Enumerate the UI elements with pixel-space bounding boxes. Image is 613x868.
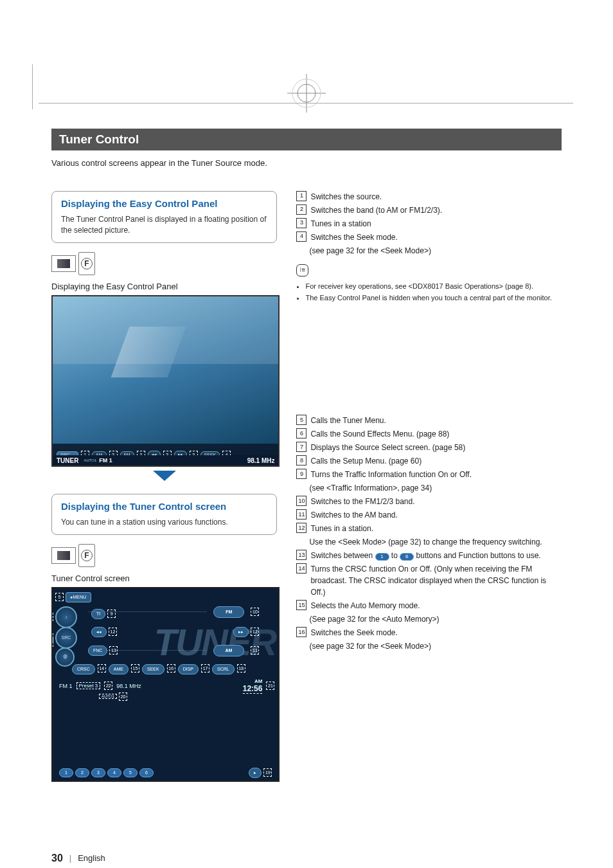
desc-6: Calls the Sound Effects Menu. (page 88) [310, 428, 562, 440]
num-10: 10 [296, 496, 306, 506]
f-button-icon: F [78, 544, 95, 567]
next-button[interactable]: ▸▸ [233, 627, 249, 637]
callout-8: 8 [51, 638, 53, 647]
callout-14: 14 [98, 664, 106, 673]
panel-tuner-text: You can tune in a station using various … [61, 517, 267, 528]
preset-3[interactable]: 3 [91, 768, 105, 777]
registration-mark-top [284, 71, 329, 116]
desc-11: Switches to the AM band. [310, 509, 562, 521]
desc-7: Displays the Source Select screen. (page… [310, 442, 562, 453]
more-button[interactable]: ▸ [249, 768, 262, 778]
page-number: 30 [51, 853, 63, 864]
num-16: 16 [296, 627, 306, 637]
desc-16: Switches the Seek mode. [310, 627, 562, 638]
auto1-indicator: AUTO1 [99, 694, 117, 699]
fm-button[interactable]: FM [213, 606, 244, 618]
desc-3: Tunes in a station [310, 218, 562, 230]
preset-6[interactable]: 6 [139, 768, 154, 777]
screen-icon [51, 255, 76, 272]
easy-screen-sim: SRC 1 AM 2 FM 2 ◂◂ 3 ▸▸ 3 SEEK 4 TUNER A… [51, 295, 280, 467]
seek-button[interactable]: SEEK [142, 664, 164, 674]
callout-11: 11 [251, 646, 259, 655]
page-footer: 30 | English [51, 853, 562, 864]
callout-12: 12 [109, 628, 117, 636]
panel-tuner-title: Displaying the Tuner Control screen [61, 501, 267, 512]
callout-5: 5 [55, 593, 64, 601]
desc-4: Switches the Seek mode. [310, 231, 562, 243]
notes-easy: ⁝≡ For receiver key operations, see <DDX… [296, 264, 562, 303]
callout-6: 6 [51, 613, 53, 621]
chip-1: 1 [375, 553, 389, 561]
desc-9: Turns the Traffic Information function O… [310, 469, 562, 480]
num-12: 12 [296, 523, 306, 533]
crop-mark [32, 64, 33, 109]
freq-indicator: 98.1 MHz [247, 457, 275, 464]
num-4: 4 [296, 231, 306, 242]
crop-mark [39, 103, 573, 104]
desc-12: Tunes in a station. [310, 523, 562, 534]
panel-easy-title: Displaying the Easy Control Panel [61, 198, 267, 209]
auto1-indicator: AUTO1 [84, 458, 96, 462]
subheading-tuner: Tuner Control screen [51, 574, 277, 583]
desc-4b: (see page 32 for the <Seek Mode>) [309, 245, 562, 257]
preset-4[interactable]: 4 [107, 768, 121, 777]
callout-10: 10 [251, 608, 259, 616]
desc-15b: (See page 32 for the <Auto Memory>) [309, 613, 562, 625]
menu-button[interactable]: ▸MENU [66, 592, 92, 602]
num-14: 14 [296, 563, 306, 574]
disp-button[interactable]: DISP [178, 664, 199, 674]
footer-divider: | [69, 853, 71, 863]
preset-2[interactable]: 2 [75, 768, 89, 777]
arrow-down-icon [153, 471, 176, 481]
src-label: SRC [62, 635, 71, 640]
prev-button[interactable]: ◂◂ [91, 627, 107, 637]
desc-list-easy: 1Switches the source. 2Switches the band… [296, 191, 562, 257]
tuner-label: TUNER [57, 457, 78, 464]
section-title: Tuner Control [51, 129, 562, 150]
icon-row-2: F [51, 544, 277, 567]
sfx-button[interactable]: 6 ♪ [55, 606, 77, 628]
am-indicator: AM [243, 678, 263, 684]
chip-6: 6 [400, 553, 414, 561]
callout-21: 21 [266, 682, 274, 690]
footer-lang: English [78, 853, 105, 863]
desc-8: Calls the Setup Menu. (page 60) [310, 455, 562, 467]
panel-tuner-control: Displaying the Tuner Control screen You … [51, 494, 277, 535]
desc-2: Switches the band (to AM or FM1/2/3). [310, 204, 562, 216]
num-7: 7 [296, 442, 306, 452]
desc-12b: Use the <Seek Mode> (page 32) to change … [309, 536, 562, 548]
fnc-button[interactable]: FNC [88, 646, 107, 656]
crsc-button[interactable]: CRSC [72, 664, 95, 674]
desc-5: Calls the Tuner Menu. [310, 415, 562, 426]
callout-12b: 12 [251, 628, 259, 636]
screen-icon [51, 547, 76, 564]
preset-5[interactable]: 5 [123, 768, 138, 777]
callout-13: 13 [109, 646, 118, 655]
desc-15: Selects the Auto Memory mode. [310, 600, 562, 611]
preset-1[interactable]: 1 [59, 768, 73, 777]
desc-9b: (see <Traffic Information>, page 34) [309, 482, 562, 494]
freq-indicator: 98.1 MHz [116, 683, 141, 689]
subheading-easy: Displaying the Easy Control Panel [51, 282, 277, 291]
src-button[interactable]: 7 SRC [55, 627, 77, 649]
desc-list-tuner: 5Calls the Tuner Menu. 6Calls the Sound … [296, 415, 562, 652]
am-button[interactable]: AM [213, 645, 245, 656]
desc-16b: (see page 32 for the <Seek Mode>) [309, 640, 562, 652]
scrl-button[interactable]: SCRL [212, 664, 235, 674]
callout-15: 15 [131, 664, 139, 673]
callout-18: 18 [237, 664, 245, 673]
num-8: 8 [296, 455, 306, 466]
panel-easy-control: Displaying the Easy Control Panel The Tu… [51, 191, 277, 243]
note-2: The Easy Control Panel is hidden when yo… [305, 293, 562, 303]
band-indicator: FM 1 [99, 457, 112, 464]
icon-row: F [51, 252, 277, 275]
tuner-screen-sim: TUNER 5 ▸MENU 6 ♪ 7 SRC 8 ⦿ [51, 587, 280, 782]
note-icon: ⁝≡ [296, 264, 308, 276]
preset-indicator: Preset 3 [76, 682, 101, 689]
intro-text: Various control screens appear in the Tu… [51, 158, 562, 168]
num-9: 9 [296, 469, 306, 479]
callout-20: 20 [119, 692, 127, 701]
clock-indicator: 12:56 [243, 684, 263, 694]
num-1: 1 [296, 191, 306, 201]
ame-button[interactable]: AME [109, 664, 129, 674]
